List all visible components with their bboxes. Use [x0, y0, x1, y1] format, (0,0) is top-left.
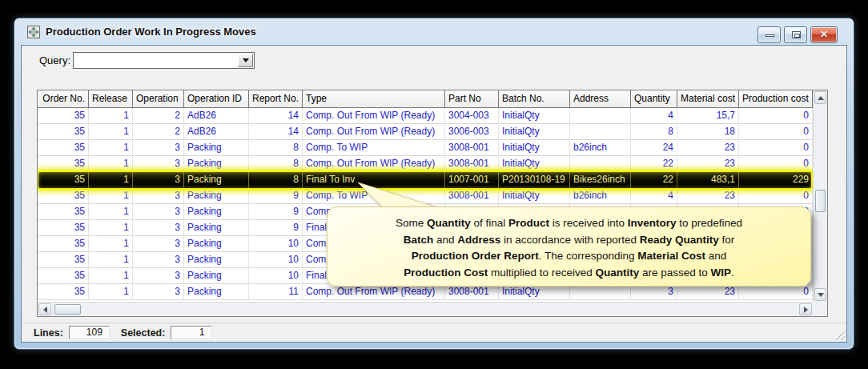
- column-header[interactable]: Order No.: [38, 90, 89, 108]
- table-cell: Packing: [184, 188, 249, 204]
- table-cell: 2: [133, 108, 184, 124]
- query-combobox[interactable]: [73, 52, 255, 69]
- horizontal-scrollbar[interactable]: [38, 302, 813, 316]
- query-dropdown-button[interactable]: [238, 54, 253, 67]
- table-cell: 35: [38, 140, 89, 156]
- table-cell: 1: [89, 252, 133, 268]
- table-cell: 23: [677, 140, 739, 156]
- table-header-row: Order No.ReleaseOperationOperation IDRep…: [38, 90, 813, 108]
- arrow-up-icon: [818, 96, 824, 100]
- arrow-left-icon: [43, 307, 47, 313]
- table-cell: 22: [631, 156, 677, 172]
- scroll-right-button[interactable]: [799, 303, 812, 315]
- scroll-down-button[interactable]: [814, 288, 826, 301]
- table-cell: Packing: [184, 252, 249, 268]
- title-bar[interactable]: Production Order Work In Progress Moves …: [14, 18, 854, 45]
- table-cell: 35: [38, 284, 89, 300]
- table-row[interactable]: 3513Packing8Comp. Out From WIP (Ready)30…: [38, 156, 813, 172]
- table-cell: 3: [133, 204, 184, 220]
- table-cell: 4: [631, 188, 677, 204]
- table-cell: [570, 124, 631, 140]
- column-header[interactable]: Batch No.: [499, 90, 570, 108]
- close-button[interactable]: ✕: [810, 26, 838, 43]
- table-cell: 0: [739, 124, 813, 140]
- table-cell: InitialQty: [499, 140, 570, 156]
- callout-line: Batch and Address in accordance with rep…: [339, 232, 799, 249]
- arrow-right-icon: [804, 307, 808, 313]
- table-row[interactable]: 3513Packing8Comp. To WIP3008-001InitialQ…: [38, 140, 813, 156]
- minimize-icon: [766, 34, 774, 37]
- column-header[interactable]: Material cost: [677, 90, 739, 108]
- vertical-scroll-thumb[interactable]: [815, 190, 826, 212]
- status-bar: Lines: 109 Selected: 1: [22, 323, 846, 342]
- table-cell: [570, 156, 631, 172]
- column-header[interactable]: Operation ID: [184, 90, 249, 108]
- query-input[interactable]: [74, 53, 237, 68]
- table-cell: Packing: [184, 172, 249, 188]
- table-cell: 3: [133, 220, 184, 236]
- table-cell: 15,7: [677, 108, 739, 124]
- callout-line: Production Cost multiplied to received Q…: [339, 265, 799, 282]
- table-cell: 3: [133, 236, 184, 252]
- table-cell: 9: [249, 220, 303, 236]
- table-row[interactable]: 3512AdB2614Comp. Out From WIP (Ready)300…: [38, 124, 813, 140]
- table-cell: 3: [133, 284, 184, 300]
- table-cell: 0: [739, 140, 813, 156]
- scrollbar-corner: [813, 302, 827, 316]
- table-cell: Packing: [184, 204, 249, 220]
- column-header[interactable]: Part No: [445, 90, 499, 108]
- table-cell: 1: [89, 188, 133, 204]
- column-header[interactable]: Report No.: [249, 90, 303, 108]
- table-cell: 14: [249, 124, 303, 140]
- table-cell: 35: [38, 220, 89, 236]
- column-header[interactable]: Release: [89, 90, 133, 108]
- horizontal-scroll-thumb[interactable]: [54, 304, 81, 315]
- table-cell: 35: [38, 236, 89, 252]
- table-row[interactable]: 3512AdB2614Comp. Out From WIP (Ready)300…: [38, 108, 813, 124]
- table-cell: 1: [89, 268, 133, 284]
- vertical-scrollbar[interactable]: [813, 90, 827, 302]
- lines-label: Lines:: [34, 327, 63, 339]
- table-cell: 35: [38, 252, 89, 268]
- table-cell: 23: [677, 284, 739, 300]
- column-header[interactable]: Quantity: [631, 90, 677, 108]
- table-cell: 35: [38, 172, 89, 188]
- table-cell: 3: [133, 156, 184, 172]
- table-cell: 1: [89, 220, 133, 236]
- table-cell: 1: [89, 124, 133, 140]
- minimize-button[interactable]: [757, 26, 781, 43]
- column-header[interactable]: Production cost: [739, 90, 813, 108]
- table-cell: Packing: [184, 140, 249, 156]
- table-cell: 35: [38, 188, 89, 204]
- table-cell: 9: [249, 188, 303, 204]
- table-cell: 8: [631, 124, 677, 140]
- chevron-down-icon: [243, 58, 249, 62]
- table-cell: Comp. Out From WIP (Ready): [303, 156, 445, 172]
- table-cell: 35: [38, 156, 89, 172]
- scroll-left-button[interactable]: [38, 303, 51, 315]
- maximize-button[interactable]: [784, 26, 807, 43]
- column-header[interactable]: Address: [570, 90, 631, 108]
- query-label: Query:: [39, 54, 70, 66]
- table-cell: 0: [739, 156, 813, 172]
- table-cell: InitialQty: [499, 156, 570, 172]
- app-icon: [27, 26, 40, 38]
- table-cell: 1: [89, 140, 133, 156]
- table-cell: 22: [631, 172, 677, 188]
- table-cell: 8: [249, 156, 303, 172]
- arrow-down-icon: [818, 293, 824, 297]
- table-cell: 0: [739, 188, 813, 204]
- table-cell: b26inch: [570, 188, 631, 204]
- table-cell: [570, 284, 631, 300]
- column-header[interactable]: Type: [303, 90, 445, 108]
- scroll-up-button[interactable]: [814, 91, 826, 104]
- table-row[interactable]: 3513Packing11Comp. Out From WIP (Ready)3…: [38, 284, 813, 300]
- table-cell: 1: [89, 172, 133, 188]
- table-cell: 23: [677, 156, 739, 172]
- column-header[interactable]: Operation: [133, 90, 184, 108]
- table-cell: 14: [249, 108, 303, 124]
- window-title: Production Order Work In Progress Moves: [46, 26, 256, 38]
- maximize-icon: [792, 31, 801, 38]
- table-cell: 3: [133, 140, 184, 156]
- table-cell: 1: [89, 108, 133, 124]
